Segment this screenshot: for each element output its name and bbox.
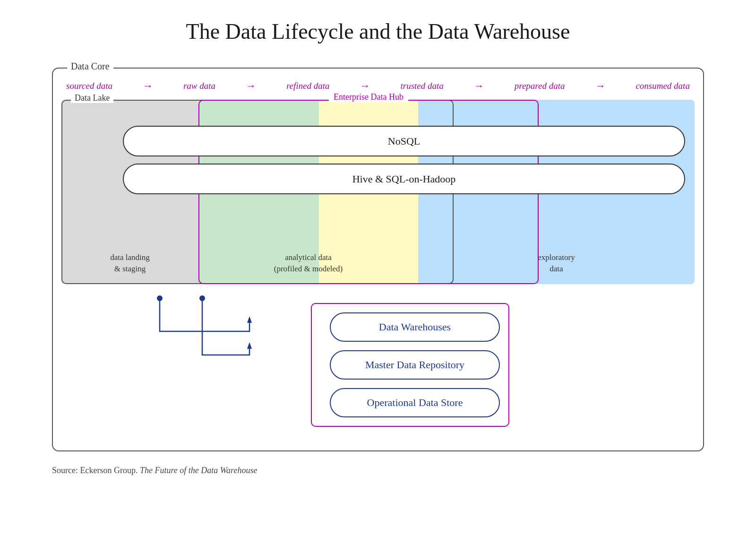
svg-marker-2: [247, 316, 252, 323]
svg-marker-3: [247, 342, 252, 349]
connector-area: [70, 294, 301, 436]
flow-arrow-2: →: [246, 80, 256, 92]
flow-trusted-data: trusted data: [400, 81, 443, 91]
flow-arrow-4: →: [474, 80, 484, 92]
edh-bottom-box: Data Warehouses Master Data Repository O…: [311, 303, 509, 427]
hive-label: Hive & SQL-on-Hadoop: [352, 173, 456, 185]
hive-box: Hive & SQL-on-Hadoop: [123, 164, 685, 194]
data-core-box: Data Core sourced data → raw data → refi…: [52, 68, 704, 451]
master-data-repo-box: Master Data Repository: [330, 350, 500, 380]
flow-prepared-data: prepared data: [515, 81, 565, 91]
flow-consumed-data: consumed data: [636, 81, 690, 91]
source-plain: Source: Eckerson Group.: [52, 466, 140, 475]
flow-arrow-3: →: [360, 80, 370, 92]
zone-label-gray: data landing& staging: [61, 252, 198, 275]
diagram-area: Data Core sourced data → raw data → refi…: [52, 68, 704, 475]
bottom-section: Data Warehouses Master Data Repository O…: [61, 294, 695, 436]
flow-arrow-5: →: [595, 80, 605, 92]
zone-label-blue: exploratorydata: [418, 252, 695, 275]
zones-wrapper: Data Lake Enterprise Data Hub NoSQL Hive…: [61, 100, 695, 284]
dw-boxes-area: Data Warehouses Master Data Repository O…: [320, 312, 500, 417]
zone-labels: data landing& staging analytical data(pr…: [61, 252, 695, 275]
flow-arrow-1: →: [143, 80, 153, 92]
nosql-label: NoSQL: [388, 135, 420, 147]
data-warehouses-label: Data Warehouses: [379, 321, 451, 333]
blue-zone-text: exploratorydata: [538, 252, 575, 275]
zone-label-green-yellow: analytical data(profiled & modeled): [198, 252, 418, 275]
data-warehouses-box: Data Warehouses: [330, 312, 500, 342]
flow-raw-data: raw data: [183, 81, 215, 91]
gray-zone-text: data landing& staging: [110, 252, 150, 275]
master-data-repo-label: Master Data Repository: [365, 359, 464, 371]
flow-sourced-data: sourced data: [66, 81, 112, 91]
edh-bottom-wrapper: Data Warehouses Master Data Repository O…: [301, 289, 519, 436]
data-core-label: Data Core: [67, 61, 113, 72]
operational-data-store-label: Operational Data Store: [367, 397, 463, 408]
source-text: Source: Eckerson Group. The Future of th…: [52, 466, 704, 475]
nosql-box: NoSQL: [123, 126, 685, 156]
source-italic: The Future of the Data Warehouse: [140, 466, 257, 475]
flow-refined-data: refined data: [286, 81, 330, 91]
operational-data-store-box: Operational Data Store: [330, 388, 500, 417]
data-flow-row: sourced data → raw data → refined data →…: [61, 77, 695, 95]
connector-svg: [70, 294, 301, 388]
page-title: The Data Lifecycle and the Data Warehous…: [186, 19, 570, 44]
green-yellow-zone-text: analytical data(profiled & modeled): [274, 252, 343, 275]
